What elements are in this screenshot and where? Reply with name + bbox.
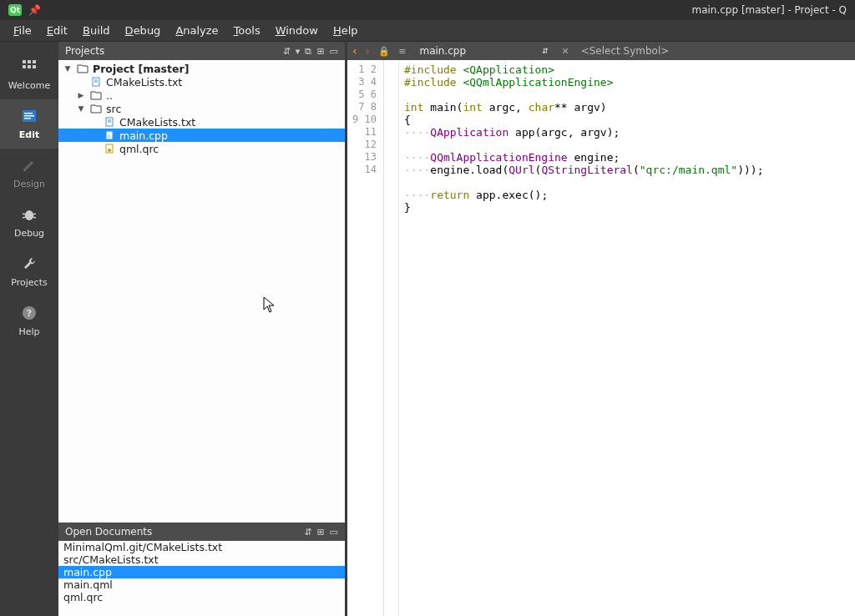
menu-debug[interactable]: Debug bbox=[119, 21, 168, 40]
open-doc-item[interactable]: main.cpp bbox=[58, 566, 345, 578]
titlebar: Qt 📌 main.cpp [master] - Project - Q bbox=[0, 0, 855, 20]
pin-icon[interactable]: 📌 bbox=[28, 4, 41, 16]
bars-icon[interactable]: ≡ bbox=[397, 46, 407, 57]
open-doc-item[interactable]: MinimalQml.git/CMakeLists.txt bbox=[58, 541, 345, 553]
fold-gutter[interactable] bbox=[384, 60, 399, 616]
file-selector[interactable]: main.cpp ⇵ bbox=[412, 45, 554, 57]
dropdown-icon: ⇵ bbox=[542, 47, 549, 55]
nav-forward-icon[interactable]: › bbox=[364, 44, 372, 58]
folder-icon bbox=[89, 89, 103, 101]
pencil-icon bbox=[19, 155, 39, 175]
open-doc-item[interactable]: qml.qrc bbox=[58, 591, 345, 603]
svg-rect-5 bbox=[33, 65, 36, 68]
qrc-file-icon bbox=[103, 143, 116, 154]
mode-projects[interactable]: Projects bbox=[0, 247, 58, 296]
menu-window[interactable]: Window bbox=[269, 21, 325, 40]
open-doc-item[interactable]: main.qml bbox=[58, 578, 345, 591]
file-icon bbox=[89, 76, 103, 88]
collapse-icon[interactable]: ▭ bbox=[330, 527, 338, 538]
lock-icon[interactable]: 🔒 bbox=[377, 46, 392, 57]
menu-help[interactable]: Help bbox=[326, 21, 365, 40]
open-docs-header: Open Documents ⇵ ⊞ ▭ bbox=[58, 523, 345, 541]
editor-toolbar: ‹ › 🔒 ≡ main.cpp ⇵ ✕ <Select Symbol> bbox=[347, 42, 855, 60]
svg-line-14 bbox=[33, 217, 36, 218]
menu-edit[interactable]: Edit bbox=[40, 21, 74, 40]
project-tree[interactable]: ▼ Project [master] CMakeLists.txt ▶ .. ▼… bbox=[58, 60, 345, 523]
close-file-icon[interactable]: ✕ bbox=[559, 46, 570, 57]
sort-icon[interactable]: ⇵ bbox=[304, 527, 311, 538]
window-title: main.cpp [master] - Project - Q bbox=[691, 4, 847, 16]
folder-icon bbox=[76, 63, 89, 74]
svg-point-26 bbox=[108, 149, 111, 152]
svg-rect-4 bbox=[28, 65, 31, 68]
cpp-file-icon: c bbox=[103, 129, 116, 141]
open-documents-list[interactable]: MinimalQml.git/CMakeLists.txt src/CMakeL… bbox=[58, 541, 345, 616]
folder-icon bbox=[89, 103, 103, 114]
link-icon[interactable]: ⧉ bbox=[305, 46, 311, 57]
open-doc-item[interactable]: src/CMakeLists.txt bbox=[58, 553, 345, 566]
projects-panel-title: Projects bbox=[65, 45, 104, 57]
filter-icon[interactable]: ▾ bbox=[296, 46, 301, 57]
menu-file[interactable]: File bbox=[7, 21, 38, 40]
bug-icon bbox=[19, 204, 39, 225]
svg-text:c: c bbox=[108, 133, 110, 139]
grid-icon bbox=[19, 57, 39, 77]
symbol-selector[interactable]: <Select Symbol> bbox=[576, 45, 852, 57]
svg-line-11 bbox=[23, 214, 26, 215]
tree-src[interactable]: ▼ src bbox=[58, 102, 345, 115]
menubar: File Edit Build Debug Analyze Tools Wind… bbox=[0, 20, 855, 42]
split-icon[interactable]: ⊞ bbox=[316, 527, 324, 538]
mode-design[interactable]: Design bbox=[0, 149, 58, 198]
mode-debug[interactable]: Debug bbox=[0, 198, 58, 247]
help-icon: ? bbox=[19, 303, 39, 323]
svg-text:?: ? bbox=[27, 308, 32, 319]
editor-area: ‹ › 🔒 ≡ main.cpp ⇵ ✕ <Select Symbol> 1 2… bbox=[347, 42, 855, 616]
open-docs-title: Open Documents bbox=[65, 526, 152, 538]
mode-edit[interactable]: Edit bbox=[0, 99, 58, 149]
mode-help[interactable]: ? Help bbox=[0, 296, 58, 346]
tree-cmake-root[interactable]: CMakeLists.txt bbox=[58, 75, 345, 88]
svg-point-10 bbox=[25, 210, 33, 220]
svg-rect-0 bbox=[23, 60, 26, 63]
menu-build[interactable]: Build bbox=[76, 21, 117, 40]
tree-qml-qrc[interactable]: qml.qrc bbox=[58, 142, 345, 155]
side-panel: Projects ⇵ ▾ ⧉ ⊞ ▭ ▼ Project [master] CM… bbox=[58, 42, 347, 616]
tree-cmake-src[interactable]: CMakeLists.txt bbox=[58, 115, 345, 129]
file-icon bbox=[103, 116, 116, 128]
code-content[interactable]: #include <QApplication> #include <QQmlAp… bbox=[399, 60, 855, 616]
wrench-icon bbox=[19, 254, 39, 274]
mode-sidebar: Welcome Edit Design Debug Projects bbox=[0, 42, 58, 616]
svg-rect-1 bbox=[28, 60, 31, 63]
mode-welcome[interactable]: Welcome bbox=[0, 50, 58, 99]
nav-back-icon[interactable]: ‹ bbox=[351, 44, 359, 58]
svg-rect-8 bbox=[24, 115, 34, 117]
tree-main-cpp[interactable]: c main.cpp bbox=[58, 129, 345, 142]
qt-logo-icon: Qt bbox=[8, 4, 22, 16]
menu-analyze[interactable]: Analyze bbox=[169, 21, 225, 40]
chevron-down-icon[interactable]: ▼ bbox=[63, 64, 73, 73]
menu-tools[interactable]: Tools bbox=[227, 21, 267, 40]
collapse-icon[interactable]: ▭ bbox=[330, 46, 338, 57]
split-icon[interactable]: ⊞ bbox=[316, 46, 324, 57]
projects-panel-header: Projects ⇵ ▾ ⧉ ⊞ ▭ bbox=[58, 42, 345, 60]
code-editor[interactable]: 1 2 3 4 5 6 7 8 9 10 11 12 13 14 #includ… bbox=[347, 60, 855, 616]
svg-rect-7 bbox=[24, 113, 33, 114]
svg-rect-9 bbox=[24, 118, 31, 119]
edit-icon bbox=[19, 106, 39, 126]
chevron-right-icon[interactable]: ▶ bbox=[76, 91, 86, 99]
svg-line-12 bbox=[33, 214, 36, 215]
sort-icon[interactable]: ⇵ bbox=[283, 46, 291, 57]
svg-rect-3 bbox=[23, 65, 26, 68]
svg-line-13 bbox=[23, 217, 26, 218]
tree-dotdot[interactable]: ▶ .. bbox=[58, 88, 345, 102]
svg-rect-2 bbox=[33, 60, 36, 63]
line-gutter: 1 2 3 4 5 6 7 8 9 10 11 12 13 14 bbox=[347, 60, 384, 616]
tree-project-root[interactable]: ▼ Project [master] bbox=[58, 62, 345, 75]
chevron-down-icon[interactable]: ▼ bbox=[76, 104, 86, 113]
